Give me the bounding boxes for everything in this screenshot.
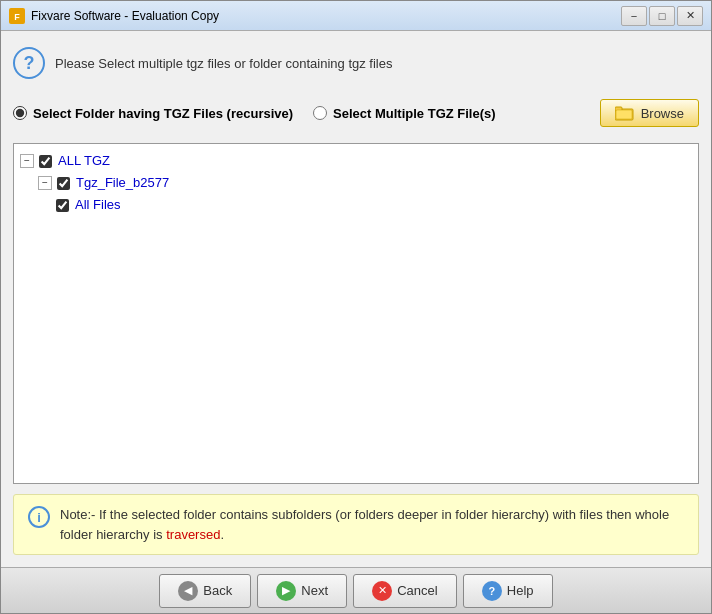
checkbox-all-files[interactable] [56,199,69,212]
next-label: Next [301,583,328,598]
browse-button[interactable]: Browse [600,99,699,127]
note-icon-text: i [37,510,41,525]
browse-label: Browse [641,106,684,121]
main-content: ? Please Select multiple tgz files or fo… [1,31,711,567]
help-icon: ? [482,581,502,601]
maximize-button[interactable]: □ [649,6,675,26]
app-icon: F [9,8,25,24]
question-icon: ? [13,47,45,79]
title-bar: F Fixvare Software - Evaluation Copy − □… [1,1,711,31]
tree-link-all-tgz[interactable]: ALL TGZ [58,150,110,172]
folder-browse-icon [615,105,635,121]
main-window: F Fixvare Software - Evaluation Copy − □… [0,0,712,614]
options-bar: Select Folder having TGZ Files (recursiv… [13,93,699,133]
radio-option-folder[interactable]: Select Folder having TGZ Files (recursiv… [13,106,293,121]
minimize-button[interactable]: − [621,6,647,26]
note-info-icon: i [28,506,50,528]
close-button[interactable]: ✕ [677,6,703,26]
checkbox-all-tgz[interactable] [39,155,52,168]
note-box: i Note:- If the selected folder contains… [13,494,699,555]
note-text-before: Note:- If the selected folder contains s… [60,507,669,542]
radio-files[interactable] [313,106,327,120]
bottom-bar: ◀ Back ▶ Next ✕ Cancel ? Help [1,567,711,613]
back-label: Back [203,583,232,598]
radio-folder[interactable] [13,106,27,120]
tree-node-all-files: All Files [20,194,692,216]
help-button[interactable]: ? Help [463,574,553,608]
tree-view: − ALL TGZ − Tgz_File_b2577 All Files [13,143,699,484]
window-title: Fixvare Software - Evaluation Copy [31,9,621,23]
window-controls: − □ ✕ [621,6,703,26]
cancel-icon: ✕ [372,581,392,601]
radio-folder-label: Select Folder having TGZ Files (recursiv… [33,106,293,121]
header-section: ? Please Select multiple tgz files or fo… [13,43,699,83]
tree-link-tgz-file[interactable]: Tgz_File_b2577 [76,172,169,194]
svg-rect-4 [616,110,632,119]
next-button[interactable]: ▶ Next [257,574,347,608]
note-text-after: . [220,527,224,542]
svg-text:F: F [14,12,20,22]
radio-option-files[interactable]: Select Multiple TGZ File(s) [313,106,496,121]
note-highlight: traversed [166,527,220,542]
help-label: Help [507,583,534,598]
expander-all-tgz[interactable]: − [20,154,34,168]
tree-link-all-files[interactable]: All Files [75,194,121,216]
expander-tgz-file[interactable]: − [38,176,52,190]
tree-node-all-tgz: − ALL TGZ [20,150,692,172]
cancel-button[interactable]: ✕ Cancel [353,574,456,608]
next-icon: ▶ [276,581,296,601]
checkbox-tgz-file[interactable] [57,177,70,190]
note-content: Note:- If the selected folder contains s… [60,505,684,544]
back-icon: ◀ [178,581,198,601]
cancel-label: Cancel [397,583,437,598]
back-button[interactable]: ◀ Back [159,574,251,608]
tree-node-tgz-file: − Tgz_File_b2577 [20,172,692,194]
header-instruction: Please Select multiple tgz files or fold… [55,56,392,71]
radio-files-label: Select Multiple TGZ File(s) [333,106,496,121]
